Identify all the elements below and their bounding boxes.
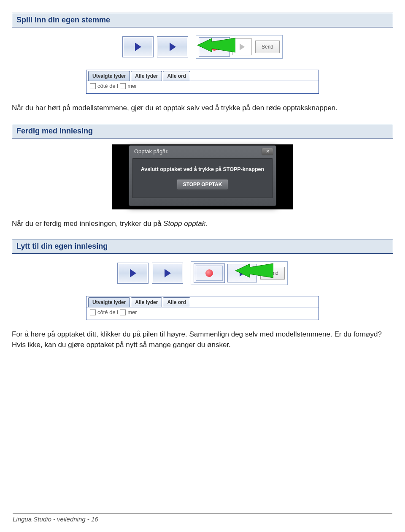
screenshot-toolbar-record: Send Utvalgte lyder Alle lyder Alle ord …: [84, 33, 321, 94]
svg-marker-1: [235, 263, 273, 278]
checkbox[interactable]: [90, 309, 96, 315]
paragraph-2: Når du er ferdig med innlesingen, trykke…: [12, 219, 393, 229]
tab-selected-sounds[interactable]: Utvalgte lyder: [88, 71, 130, 81]
play-button-1[interactable]: [122, 36, 154, 57]
screenshot-dialog: Opptak pågår. ✕ Avslutt opptaket ved å t…: [112, 144, 293, 209]
dialog-title: Opptak pågår.: [134, 148, 169, 155]
phrase-part-a: côté de l: [97, 83, 118, 89]
stop-recording-button[interactable]: STOPP OPPTAK: [177, 179, 229, 190]
tab-all-sounds[interactable]: Alle lyder: [131, 297, 162, 307]
send-button[interactable]: Send: [255, 41, 280, 53]
checkbox[interactable]: [90, 83, 96, 89]
section-header-record: Spill inn din egen stemme: [12, 13, 393, 27]
play-button-2[interactable]: [152, 263, 183, 284]
svg-marker-0: [197, 38, 235, 52]
tabs-panel: Utvalgte lyder Alle lyder Alle ord côté …: [86, 70, 319, 94]
paragraph-1: Når du har hørt på modellstemmene, gjør …: [12, 103, 393, 114]
pointer-arrow-icon: [235, 261, 273, 280]
phrase-part-a: côté de l: [97, 309, 118, 315]
checkbox[interactable]: [120, 309, 126, 315]
tabs-panel: Utvalgte lyder Alle lyder Alle ord côté …: [86, 296, 319, 320]
close-icon[interactable]: ✕: [262, 148, 273, 155]
screenshot-toolbar-listen: Send Utvalgte lyder Alle lyder Alle ord …: [84, 260, 321, 320]
section-header-done: Ferdig med innlesing: [12, 124, 393, 138]
pointer-arrow-icon: [197, 36, 235, 54]
record-button[interactable]: [194, 263, 225, 283]
dialog-message: Avslutt opptaket ved å trykke på STOPP-k…: [137, 166, 268, 172]
phrase-part-b: mer: [127, 83, 137, 89]
tab-all-sounds[interactable]: Alle lyder: [131, 71, 162, 81]
tab-all-words[interactable]: Alle ord: [163, 297, 190, 307]
page-footer: Lingua Studio - veiledning - 16: [13, 513, 392, 523]
section-header-listen: Lytt til din egen innlesing: [12, 239, 393, 254]
phrase-part-b: mer: [127, 309, 137, 315]
paragraph-3: For å høre på opptaket ditt, klikker du …: [12, 329, 393, 350]
tab-selected-sounds[interactable]: Utvalgte lyder: [88, 297, 130, 307]
play-button-1[interactable]: [117, 263, 148, 284]
checkbox[interactable]: [120, 83, 126, 89]
play-button-2[interactable]: [157, 36, 188, 57]
tab-all-words[interactable]: Alle ord: [163, 71, 190, 81]
